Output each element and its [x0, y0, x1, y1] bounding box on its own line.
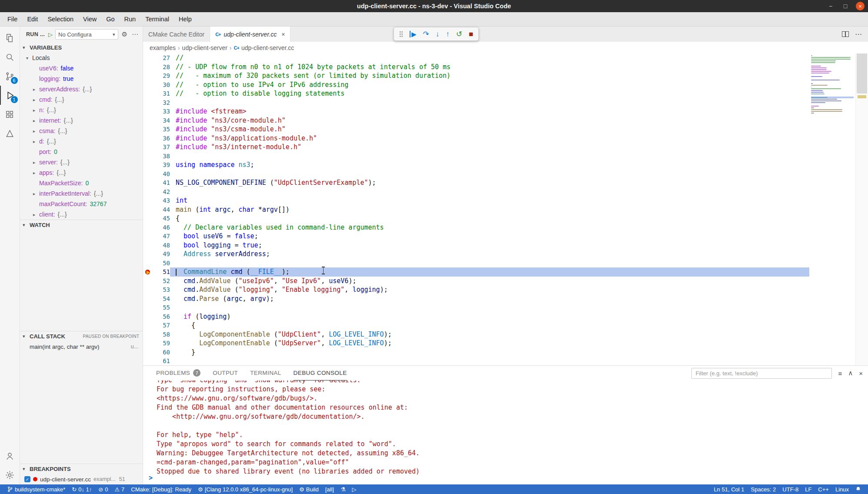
code-text[interactable] — [170, 303, 809, 312]
code-text[interactable]: cmd.Parse (argc, argv); — [170, 294, 809, 304]
breadcrumb-item[interactable]: C+udp-client-server.cc — [234, 44, 294, 51]
code-line[interactable]: 61 — [143, 357, 809, 365]
code-text[interactable]: if (logging) — [170, 312, 809, 321]
variable-row[interactable]: ▸d{...} — [20, 136, 143, 147]
code-line[interactable]: 45{ — [143, 214, 809, 223]
explorer-icon[interactable] — [0, 28, 20, 47]
breakpoint-margin[interactable] — [143, 134, 154, 143]
code-line[interactable]: 36#include "ns3/applications-module.h" — [143, 134, 809, 143]
restart-button[interactable]: ↺ — [456, 30, 462, 38]
watch-section-header[interactable]: ▾ WATCH — [20, 220, 143, 230]
breakpoint-checkbox[interactable]: ✓ — [24, 476, 30, 482]
variable-row[interactable]: loggingtrue — [20, 73, 143, 84]
code-text[interactable] — [170, 187, 809, 197]
maximize-button[interactable]: □ — [841, 2, 850, 10]
code-line[interactable]: 30// - option to use IPv4 or IPv6 addres… — [143, 80, 809, 90]
split-editor-icon[interactable] — [842, 31, 849, 37]
menu-file[interactable]: File — [3, 12, 22, 26]
code-text[interactable]: // - option to use IPv4 or IPv6 addressi… — [170, 80, 809, 90]
breakpoint-margin[interactable] — [143, 89, 154, 98]
step-over-button[interactable]: ↷ — [423, 30, 429, 38]
code-line[interactable]: 40 — [143, 170, 809, 179]
code-line[interactable]: 34#include "ns3/core-module.h" — [143, 116, 809, 125]
editor-scrollbar[interactable] — [855, 53, 868, 365]
code-text[interactable]: { — [170, 321, 809, 330]
status-item[interactable]: ⚙[Clang 12.0.0 x86_64-pc-linux-gnu] — [195, 484, 295, 494]
code-text[interactable]: main (int argc, char *argv[]) — [170, 205, 809, 214]
breakpoint-margin[interactable] — [143, 223, 154, 232]
close-panel-icon[interactable]: × — [859, 370, 863, 377]
breakpoint-margin[interactable] — [143, 330, 154, 339]
variable-row[interactable]: MaxPacketSize0 — [20, 178, 143, 188]
status-item[interactable]: ⊘0 — [96, 484, 110, 494]
status-item[interactable]: ↻0↓ 1↑ — [69, 484, 94, 494]
status-item[interactable]: Ln 51, Col 1 — [711, 484, 747, 494]
launch-config-dropdown[interactable]: No Configura ▾ — [55, 29, 118, 40]
code-text[interactable]: cmd.AddValue ("useIpv6", "Use Ipv6", use… — [170, 277, 809, 286]
menu-terminal[interactable]: Terminal — [140, 12, 174, 26]
settings-gear-icon[interactable] — [0, 465, 20, 484]
code-text[interactable] — [170, 357, 809, 365]
panel-tab-debug-console[interactable]: DEBUG CONSOLE — [294, 366, 347, 381]
status-item[interactable]: LF — [802, 484, 814, 494]
code-text[interactable]: NS_LOG_COMPONENT_DEFINE ("UdpClientServe… — [170, 178, 809, 187]
code-line[interactable]: 50 — [143, 259, 809, 268]
code-line[interactable]: 44main (int argc, char *argv[]) — [143, 205, 809, 214]
code-text[interactable]: // - option to disable logging statement… — [170, 89, 809, 98]
breakpoint-margin[interactable] — [143, 357, 154, 365]
breakpoint-margin[interactable] — [143, 63, 154, 72]
breakpoint-margin[interactable] — [143, 143, 154, 152]
code-text[interactable] — [170, 98, 809, 107]
locals-scope-row[interactable]: ▾ Locals — [20, 53, 143, 63]
code-line[interactable]: 31// - option to disable logging stateme… — [143, 89, 809, 98]
console-input-prompt[interactable]: > — [149, 474, 153, 483]
code-line[interactable]: 37#include "ns3/internet-module.h" — [143, 143, 809, 152]
code-text[interactable]: } — [170, 348, 809, 357]
variable-row[interactable]: ▸apps{...} — [20, 167, 143, 178]
menu-view[interactable]: View — [78, 12, 101, 26]
code-text[interactable]: #include "ns3/core-module.h" — [170, 116, 809, 125]
configure-gear-icon[interactable]: ⚙ — [121, 30, 128, 38]
status-item[interactable]: Spaces: 2 — [748, 484, 779, 494]
code-line[interactable]: 59 LogComponentEnable ("UdpServer", LOG_… — [143, 339, 809, 348]
minimap[interactable] — [809, 53, 855, 365]
code-text[interactable]: #include "ns3/csma-module.h" — [170, 125, 809, 134]
status-item[interactable]: ⚠7 — [112, 484, 127, 494]
code-line[interactable]: ▶51 CommandLine cmd (__FILE__); — [143, 267, 809, 277]
breakpoint-margin[interactable] — [143, 259, 154, 268]
code-line[interactable]: 54 cmd.Parse (argc, argv); — [143, 294, 809, 304]
breakpoint-margin[interactable] — [143, 178, 154, 187]
editor-tab-1[interactable]: CMake Cache Editor — [143, 27, 210, 42]
code-text[interactable]: #include "ns3/internet-module.h" — [170, 143, 809, 152]
code-line[interactable]: 49 Address serverAddress; — [143, 250, 809, 259]
code-line[interactable]: 38 — [143, 152, 809, 161]
code-text[interactable]: bool logging = true; — [170, 241, 809, 250]
code-line[interactable]: 53 cmd.AddValue ("logging", "Enable logg… — [143, 285, 809, 294]
breakpoint-margin[interactable] — [143, 294, 154, 304]
maximize-panel-icon[interactable]: ∧ — [848, 369, 853, 377]
code-text[interactable]: #include "ns3/applications-module.h" — [170, 134, 809, 143]
menu-run[interactable]: Run — [120, 12, 141, 26]
continue-button[interactable]: ▶ — [410, 31, 417, 37]
breadcrumb-item[interactable]: examples — [150, 44, 176, 51]
breakpoint-margin[interactable] — [143, 339, 154, 348]
variables-section-header[interactable]: ▾ VARIABLES — [20, 42, 143, 53]
breakpoint-margin[interactable] — [143, 125, 154, 134]
breadcrumb-item[interactable]: udp-client-server — [182, 44, 227, 51]
code-line[interactable]: 56 if (logging) — [143, 312, 809, 321]
code-text[interactable] — [170, 259, 809, 268]
stop-button[interactable]: ■ — [469, 30, 473, 38]
code-text[interactable] — [170, 170, 809, 179]
code-line[interactable]: 60 } — [143, 348, 809, 357]
code-line[interactable]: 42 — [143, 187, 809, 197]
breakpoint-margin[interactable] — [143, 80, 154, 90]
code-text[interactable]: // - UDP flow from n0 to n1 of 1024 byte… — [170, 63, 809, 72]
call-stack-section-header[interactable]: ▾ CALL STACK PAUSED ON BREAKPOINT — [20, 331, 143, 341]
code-text[interactable]: bool useV6 = false; — [170, 232, 809, 241]
code-text[interactable]: #include <fstream> — [170, 107, 809, 116]
code-text[interactable] — [170, 152, 809, 161]
code-text[interactable]: CommandLine cmd (__FILE__); — [170, 267, 809, 277]
search-icon[interactable] — [0, 47, 20, 67]
start-debug-icon[interactable]: ▷ — [48, 31, 53, 38]
variable-row[interactable]: ▸internet{...} — [20, 115, 143, 126]
